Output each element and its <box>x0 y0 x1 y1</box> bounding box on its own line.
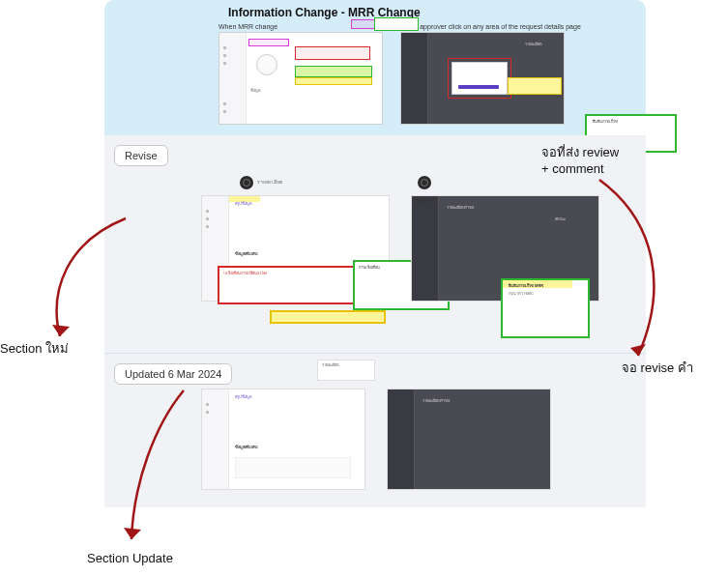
screenshot-sidebar <box>388 389 415 489</box>
screenshot-sidebar <box>202 389 229 489</box>
screenshot-sidebar <box>401 33 428 124</box>
screenshot-updated-right: รายละเอียดคำขอ <box>387 389 551 490</box>
logo-row: รายละเอียด <box>240 176 636 189</box>
logo-icon <box>418 176 431 189</box>
screenshot-sidebar <box>219 33 247 124</box>
annotation-revise-screen: จอ revise คำ <box>622 358 693 378</box>
screenshot-approver-click: รายละเอียด <box>400 32 565 125</box>
screenshot-sidebar <box>412 196 439 301</box>
annotation-review-line2: + comment <box>541 161 604 176</box>
annotation-section-new: Section ใหม่ <box>0 338 69 359</box>
mini-card: รายละเอียด <box>317 360 375 381</box>
section-mrr-change: Information Change - MRR Change When MRR… <box>104 0 646 135</box>
section1-title: Information Change - MRR Change <box>228 6 636 19</box>
logo-icon <box>240 176 253 189</box>
chip-updated: Updated 6 Mar 2024 <box>114 363 232 385</box>
design-canvas: Information Change - MRR Change When MRR… <box>104 0 646 507</box>
svg-marker-2 <box>124 528 141 539</box>
screenshot-revise-popup-overlay: ยืนยันการแก้ไข MRR กรุณาตรวจสอบ <box>501 278 590 338</box>
section3-shots: สรุปข้อมูล ข้อมูลเพิ่มเติม รายละเอียดคำข… <box>201 389 636 490</box>
section1-row: When MRR change ข <box>114 23 636 125</box>
section2-shots: สรุปข้อมูล ข้อมูลเพิ่มเติม ! แจ้งเตือนกา… <box>201 195 636 302</box>
annotation-section-update: Section Update <box>87 551 173 565</box>
svg-marker-1 <box>52 325 70 336</box>
section-updated: Updated 6 Mar 2024 รายละเอียด สรุปข้อมูล… <box>104 353 646 507</box>
chip-revise: Revise <box>114 145 168 166</box>
screenshot-mrr-change: ข้อมูล <box>218 32 383 125</box>
caption-right: When approver click on any area of the r… <box>400 23 581 30</box>
screenshot-revise-left: สรุปข้อมูล ข้อมูลเพิ่มเติม ! แจ้งเตือนกา… <box>201 195 390 302</box>
annotation-review-line1: จอที่ส่ง review <box>541 142 619 162</box>
screenshot-updated-left: สรุปข้อมูล ข้อมูลเพิ่มเติม <box>201 389 365 490</box>
section1-right-col: When approver click on any area of the r… <box>400 23 581 125</box>
section1-left-col: When MRR change ข <box>218 23 383 125</box>
